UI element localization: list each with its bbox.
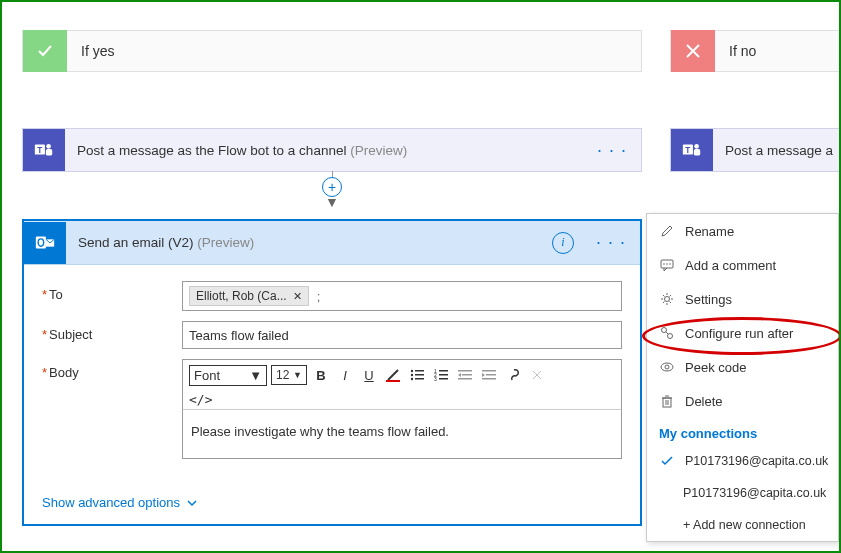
trash-icon [659,394,675,408]
connection-2[interactable]: P10173196@capita.co.uk [647,477,838,509]
svg-rect-3 [46,149,52,155]
font-size-select[interactable]: 12▼ [271,365,307,385]
svg-rect-9 [415,370,424,372]
link-button[interactable] [503,364,523,386]
if-no-label: If no [715,43,756,59]
run-after-icon [659,326,675,340]
svg-point-42 [661,363,673,371]
color-button[interactable] [383,364,403,386]
body-label: *Body [42,359,182,380]
svg-text:T: T [685,146,690,155]
teams-action-title-no: Post a message a [713,143,841,158]
clear-format-button[interactable] [527,364,547,386]
svg-rect-13 [415,378,424,380]
connections-header: My connections [647,418,838,445]
checkmark-icon [23,30,67,72]
svg-rect-25 [482,378,496,380]
svg-text:3: 3 [434,376,437,381]
show-advanced-link[interactable]: Show advanced options [24,485,216,524]
svg-rect-23 [482,370,496,372]
italic-button[interactable]: I [335,364,355,386]
cross-icon [671,30,715,72]
add-connection[interactable]: + Add new connection [647,509,838,541]
svg-point-41 [668,334,673,339]
menu-comment[interactable]: Add a comment [647,248,838,282]
add-action-button[interactable]: Add an action [22,526,642,553]
svg-point-2 [46,144,51,149]
remove-recipient-icon[interactable]: ✕ [293,290,302,303]
email-action-title: Send an email (V2) (Preview) [66,235,552,250]
underline-button[interactable]: U [359,364,379,386]
menu-settings[interactable]: Settings [647,282,838,316]
svg-point-10 [411,374,413,376]
teams-action-card-no[interactable]: T Post a message a [671,129,841,171]
svg-point-39 [665,297,670,302]
svg-point-38 [669,263,671,265]
teams-action-card[interactable]: T Post a message as the Flow bot to a ch… [23,129,641,171]
font-select[interactable]: Font▼ [189,365,267,386]
code-view-button[interactable]: </> [189,392,212,407]
svg-rect-34 [694,149,700,155]
to-field[interactable]: Elliott, Rob (Ca... ✕ ; [182,281,622,311]
svg-rect-7 [386,380,400,382]
menu-delete[interactable]: Delete [647,384,838,418]
bullet-list-button[interactable] [407,364,427,386]
svg-rect-17 [439,374,448,376]
email-action-card: Send an email (V2) (Preview) i · · · *To… [22,219,642,526]
info-icon[interactable]: i [552,232,574,254]
svg-rect-24 [486,374,496,376]
action-context-menu: Rename Add a comment Settings Configure … [646,213,839,542]
eye-icon [659,360,675,374]
svg-rect-22 [458,378,472,380]
teams-action-menu-button[interactable]: · · · [583,140,641,161]
indent-button[interactable] [479,364,499,386]
svg-point-33 [694,144,699,149]
subject-field[interactable]: Teams flow failed [182,321,622,349]
pencil-icon [659,224,675,238]
svg-rect-15 [439,370,448,372]
svg-point-43 [665,365,669,369]
bold-button[interactable]: B [311,364,331,386]
teams-icon: T [23,129,65,171]
teams-icon: T [671,129,713,171]
menu-rename[interactable]: Rename [647,214,838,248]
check-icon [659,454,675,468]
svg-point-40 [662,328,667,333]
svg-point-37 [666,263,668,265]
connection-1[interactable]: P10173196@capita.co.uk [647,445,838,477]
number-list-button[interactable]: 123 [431,364,451,386]
teams-action-title: Post a message as the Flow bot to a chan… [65,143,583,158]
outlook-icon [24,222,66,264]
recipient-token[interactable]: Elliott, Rob (Ca... ✕ [189,286,309,306]
menu-peek-code[interactable]: Peek code [647,350,838,384]
email-action-menu-button[interactable]: · · · [582,232,640,253]
svg-rect-19 [439,378,448,380]
svg-rect-21 [462,374,472,376]
outdent-button[interactable] [455,364,475,386]
body-field[interactable]: Please investigate why the teams flow fa… [182,409,622,459]
if-yes-header[interactable]: If yes [22,30,642,72]
rte-toolbar: Font▼ 12▼ B I U 123 [182,359,622,390]
svg-rect-11 [415,374,424,376]
if-no-header[interactable]: If no [670,30,841,72]
svg-rect-20 [458,370,472,372]
svg-point-12 [411,378,413,380]
arrow-down-icon: ▼ [325,197,339,207]
to-label: *To [42,281,182,302]
menu-run-after[interactable]: Configure run after [647,316,838,350]
svg-point-8 [411,370,413,372]
chevron-down-icon [186,497,198,509]
gear-icon [659,292,675,306]
comment-icon [659,258,675,272]
svg-point-36 [663,263,665,265]
svg-rect-44 [663,398,671,407]
svg-text:T: T [37,146,42,155]
if-yes-label: If yes [67,43,114,59]
subject-label: *Subject [42,321,182,342]
